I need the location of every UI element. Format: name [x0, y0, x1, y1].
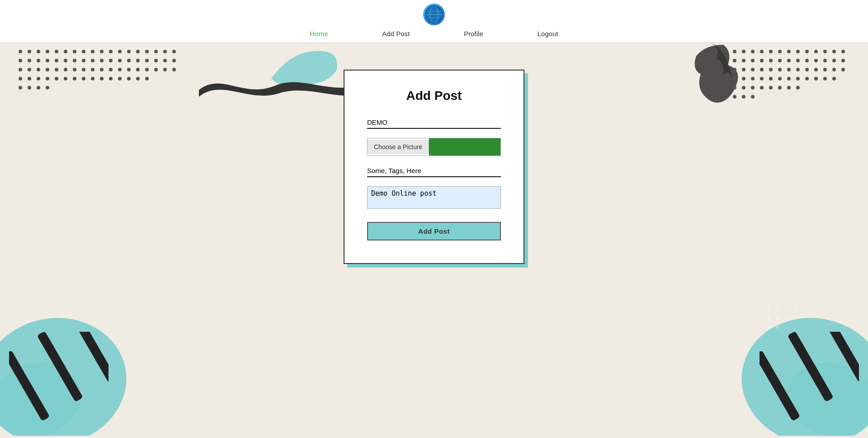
logo — [423, 4, 445, 25]
add-post-button[interactable]: Add Post — [367, 222, 501, 240]
tags-input[interactable] — [367, 165, 501, 177]
title-input[interactable] — [367, 117, 501, 129]
form-card: Add Post Choose a Picture Demo Online po… — [344, 70, 524, 264]
nav-home[interactable]: Home — [310, 30, 328, 38]
file-chosen-indicator — [429, 138, 500, 155]
nav-logout[interactable]: Logout — [538, 30, 558, 38]
nav-add-post[interactable]: Add Post — [382, 30, 410, 38]
body-textarea[interactable]: Demo Online post — [367, 186, 501, 209]
navbar: Home Add Post Profile Logout — [0, 0, 868, 42]
nav-profile[interactable]: Profile — [464, 30, 483, 38]
globe-icon — [425, 5, 443, 24]
file-input-wrapper: Choose a Picture — [367, 138, 501, 156]
navbar-links: Home Add Post Profile Logout — [310, 25, 558, 42]
form-wrapper: Add Post Choose a Picture Demo Online po… — [344, 70, 524, 264]
form-title: Add Post — [367, 89, 501, 103]
choose-picture-button[interactable]: Choose a Picture — [368, 140, 429, 154]
main-content: Add Post Choose a Picture Demo Online po… — [0, 42, 868, 436]
